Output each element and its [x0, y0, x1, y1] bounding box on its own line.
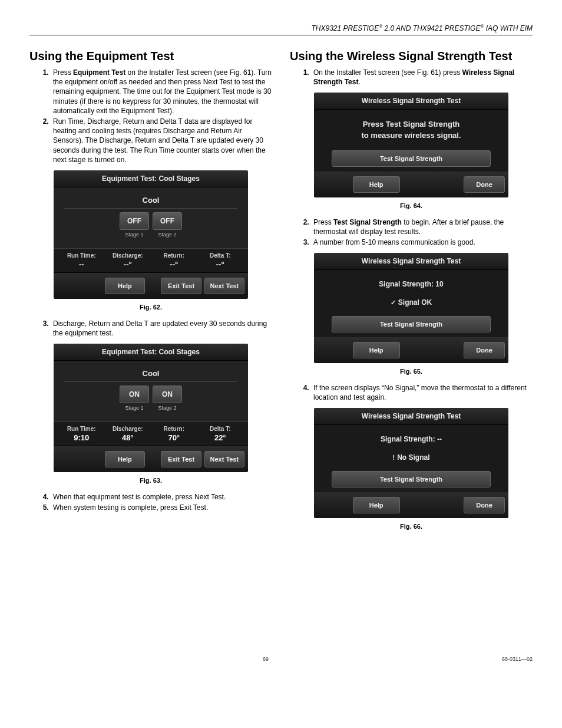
device-subhead: Cool [64, 193, 237, 209]
return-value: --° [151, 260, 197, 269]
discharge-label: Discharge: [105, 426, 151, 432]
device-screenshot-fig65: Wireless Signal Strength Test Signal Str… [314, 253, 508, 363]
list-item: Press Equipment Test on the Installer Te… [51, 68, 272, 116]
list-item: When system testing is complete, press E… [51, 503, 272, 512]
stage2-button[interactable]: ON [153, 386, 182, 403]
runtime-label: Run Time: [58, 252, 105, 259]
device-screenshot-fig63: Equipment Test: Cool Stages Cool ON Stag… [54, 344, 248, 472]
runtime-value: -- [58, 260, 105, 269]
device-subhead: Cool [64, 367, 237, 382]
stage2-label: Stage 2 [153, 405, 182, 411]
heading-equipment-test: Using the Equipment Test [29, 50, 272, 63]
heading-wireless-test: Using the Wireless Signal Strength Test [290, 50, 533, 63]
discharge-label: Discharge: [105, 252, 151, 259]
help-button[interactable]: Help [353, 342, 400, 358]
help-button[interactable]: Help [105, 278, 145, 294]
signal-strength-readout: Signal Strength: -- !No Signal [314, 425, 508, 471]
fig-caption: Fig. 63. [29, 477, 272, 484]
deltat-value: 22° [197, 433, 244, 442]
device-title: Wireless Signal Strength Test [314, 93, 508, 110]
next-test-button[interactable]: Next Test [204, 451, 244, 467]
help-button[interactable]: Help [353, 176, 400, 193]
fig-caption: Fig. 65. [290, 368, 533, 375]
stage2-button[interactable]: OFF [153, 212, 182, 230]
stage1-button[interactable]: ON [120, 386, 149, 403]
right-column: Using the Wireless Signal Strength Test … [290, 50, 533, 538]
doc-number: 68-0311—02 [502, 656, 533, 662]
device-screenshot-fig62: Equipment Test: Cool Stages Cool OFF Sta… [54, 170, 248, 299]
list-item: If the screen displays “No Signal,” move… [311, 383, 533, 402]
runtime-value: 9:10 [58, 433, 105, 442]
help-button[interactable]: Help [353, 497, 400, 513]
list-item: When that equipment test is complete, pr… [51, 492, 272, 502]
stage1-button[interactable]: OFF [120, 212, 149, 230]
list-item: Press Test Signal Strength to begin. Aft… [311, 218, 533, 236]
deltat-value: --° [197, 260, 244, 269]
test-signal-button[interactable]: Test Signal Strength [332, 316, 491, 332]
next-test-button[interactable]: Next Test [204, 278, 244, 294]
fig-caption: Fig. 62. [29, 304, 272, 311]
test-signal-button[interactable]: Test Signal Strength [332, 471, 491, 487]
page-footer: 69 68-0311—02 [29, 656, 533, 662]
exit-test-button[interactable]: Exit Test [161, 451, 201, 467]
discharge-value: 48° [105, 433, 151, 442]
msg-line1: Press Test Signal Strength [363, 120, 459, 129]
left-column: Using the Equipment Test Press Equipment… [29, 50, 272, 538]
signal-strength-readout: Signal Strength: 10 ✓Signal OK [314, 270, 508, 316]
device-screenshot-fig66: Wireless Signal Strength Test Signal Str… [314, 408, 508, 518]
device-title: Equipment Test: Cool Stages [54, 344, 248, 361]
stage2-label: Stage 2 [153, 232, 182, 238]
device-message: Press Test Signal Strength to measure wi… [314, 110, 508, 150]
discharge-value: --° [105, 260, 151, 269]
list-item: On the Installer Test screen (see Fig. 6… [311, 68, 533, 87]
page-number: 69 [29, 656, 502, 662]
signal-strength-value: Signal Strength: 10 [314, 276, 508, 298]
done-button[interactable]: Done [464, 342, 505, 358]
exit-test-button[interactable]: Exit Test [161, 278, 201, 294]
runtime-label: Run Time: [58, 426, 105, 432]
device-title: Wireless Signal Strength Test [314, 253, 508, 270]
device-title: Wireless Signal Strength Test [314, 408, 508, 425]
return-label: Return: [151, 252, 197, 259]
signal-strength-value: Signal Strength: -- [314, 431, 508, 453]
deltat-label: Delta T: [197, 252, 244, 259]
list-item: Run Time, Discharge, Return and Delta T … [51, 117, 272, 164]
list-item: A number from 5-10 means communication i… [311, 238, 533, 247]
done-button[interactable]: Done [464, 176, 505, 193]
done-button[interactable]: Done [464, 497, 505, 513]
msg-line2: to measure wireless signal. [361, 131, 461, 140]
list-item: Discharge, Return and Delta T are update… [51, 319, 272, 338]
stage1-label: Stage 1 [120, 232, 149, 238]
check-icon: ✓ [391, 299, 396, 306]
deltat-label: Delta T: [197, 426, 244, 432]
return-label: Return: [151, 426, 197, 432]
signal-status: Signal OK [398, 298, 432, 307]
help-button[interactable]: Help [105, 451, 145, 467]
signal-status: No Signal [397, 453, 429, 462]
stage1-label: Stage 1 [120, 405, 149, 411]
device-title: Equipment Test: Cool Stages [54, 170, 248, 187]
device-screenshot-fig64: Wireless Signal Strength Test Press Test… [314, 93, 508, 197]
return-value: 70° [151, 433, 197, 442]
test-signal-button[interactable]: Test Signal Strength [332, 150, 491, 167]
fig-caption: Fig. 66. [290, 523, 533, 530]
page-header: THX9321 PRESTIGE® 2.0 AND THX9421 PRESTI… [29, 24, 533, 35]
warning-icon: ! [392, 454, 395, 461]
fig-caption: Fig. 64. [290, 202, 533, 209]
